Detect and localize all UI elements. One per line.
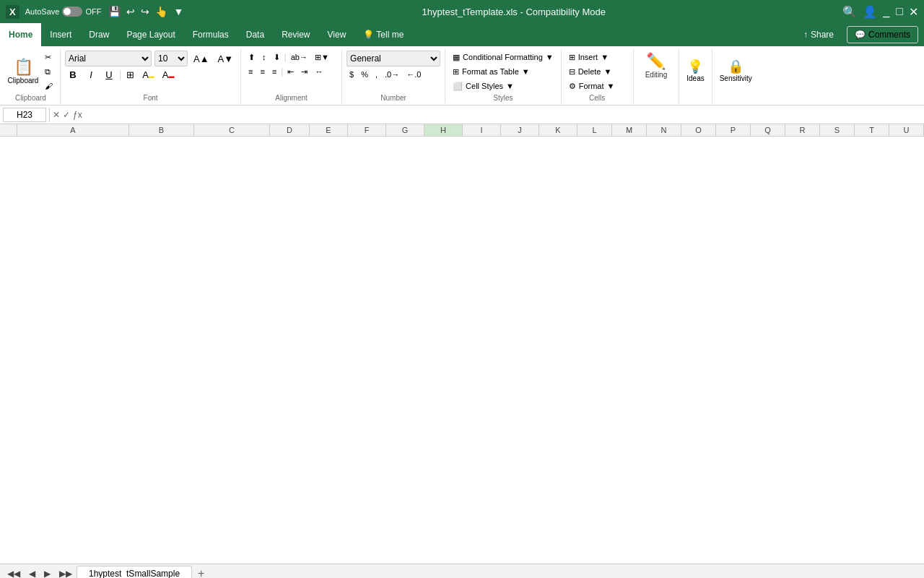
more-icon[interactable]: ▼ [172, 4, 185, 19]
maximize-icon[interactable]: □ [896, 5, 903, 18]
underline-button[interactable]: U [101, 68, 117, 81]
col-header-h[interactable]: H [424, 124, 463, 136]
insert-cells-button[interactable]: ⊞ Insert ▼ [566, 51, 618, 64]
col-header-q[interactable]: Q [751, 124, 785, 136]
increase-indent-button[interactable]: ⇥ [298, 65, 310, 78]
align-bottom-button[interactable]: ⬇ [271, 51, 283, 64]
autosave-toggle[interactable] [62, 7, 82, 17]
search-icon[interactable]: 🔍 [842, 5, 857, 19]
comma-button[interactable]: , [372, 68, 380, 81]
tab-home[interactable]: Home [0, 23, 41, 46]
col-header-c[interactable]: C [194, 124, 270, 136]
format-as-table-button[interactable]: ⊞ Format as Table ▼ [450, 65, 557, 78]
delete-cells-button[interactable]: ⊟ Delete ▼ [566, 65, 618, 78]
tab-tell-me[interactable]: 💡 Tell me [354, 23, 412, 46]
paste-button[interactable]: 📋 Clipboard [6, 54, 40, 89]
sensitivity-label: Sensitivity [720, 74, 752, 82]
decrease-decimal-button[interactable]: ←.0 [404, 68, 424, 81]
borders-button[interactable]: ⊞ [123, 68, 137, 81]
ideas-label: Ideas [687, 74, 704, 82]
share-button[interactable]: ↑ Share [795, 27, 842, 43]
format-cells-button[interactable]: ⚙ Format ▼ [566, 79, 618, 92]
align-right-button[interactable]: ≡ [269, 65, 279, 78]
font-name-select[interactable]: Arial [65, 51, 152, 66]
col-header-n[interactable]: N [647, 124, 681, 136]
confirm-formula-icon[interactable]: ✓ [63, 110, 70, 120]
number-format-select[interactable]: General [346, 51, 440, 66]
text-direction-button[interactable]: ↔ [312, 65, 326, 78]
col-header-m[interactable]: M [612, 124, 647, 136]
sheet-nav-next[interactable]: ▶ [40, 567, 55, 579]
cut-button[interactable]: ✂ [42, 51, 56, 64]
increase-font-button[interactable]: A▲ [191, 52, 212, 65]
tab-formulas[interactable]: Formulas [184, 23, 237, 46]
comments-button[interactable]: 💬 Comments [847, 26, 918, 43]
format-painter-button[interactable]: 🖌 [42, 79, 56, 92]
ideas-button[interactable]: 💡 Ideas [684, 51, 707, 91]
italic-button[interactable]: I [83, 68, 99, 81]
col-header-k[interactable]: K [539, 124, 578, 136]
tab-draw[interactable]: Draw [80, 23, 118, 46]
col-header-p[interactable]: P [716, 124, 751, 136]
name-box[interactable] [3, 108, 46, 122]
col-header-s[interactable]: S [820, 124, 855, 136]
col-header-o[interactable]: O [681, 124, 716, 136]
redo-icon[interactable]: ↪ [139, 4, 151, 19]
formula-input[interactable] [85, 108, 921, 122]
col-header-l[interactable]: L [578, 124, 612, 136]
spreadsheet: A B C D E F G H I J K L M N O P Q R S T … [0, 124, 924, 564]
font-color-button[interactable]: A▬ [160, 68, 178, 81]
sensitivity-button[interactable]: 🔒 Sensitivity [717, 51, 755, 91]
col-header-u[interactable]: U [889, 124, 924, 136]
minimize-icon[interactable]: ⎯ [883, 5, 890, 18]
col-header-e[interactable]: E [310, 124, 348, 136]
align-center-button[interactable]: ≡ [258, 65, 268, 78]
col-header-d[interactable]: D [270, 124, 310, 136]
tab-page-layout[interactable]: Page Layout [118, 23, 183, 46]
col-header-i[interactable]: I [463, 124, 501, 136]
percent-button[interactable]: % [358, 68, 371, 81]
sheet-nav-right[interactable]: ▶▶ [55, 567, 77, 579]
align-top-button[interactable]: ⬆ [245, 51, 258, 64]
add-sheet-button[interactable]: + [193, 567, 209, 579]
user-icon[interactable]: 👤 [863, 5, 877, 19]
increase-decimal-button[interactable]: .0→ [382, 68, 402, 81]
tab-review[interactable]: Review [273, 23, 318, 46]
ribbon-group-alignment: ⬆ ↕ ⬇ | ab→ ⊞▼ ≡ ≡ ≡ | ⇤ ⇥ ↔ Alignment [241, 49, 342, 103]
sheet-tab-0[interactable]: 1hyptest_tSmallSample [77, 566, 192, 578]
decrease-font-button[interactable]: A▼ [215, 52, 237, 65]
bold-button[interactable]: B [65, 68, 81, 81]
align-left-button[interactable]: ≡ [245, 65, 256, 78]
sheet-nav-prev[interactable]: ◀ [25, 567, 40, 579]
font-size-select[interactable]: 10 [154, 51, 188, 66]
conditional-formatting-button[interactable]: ▦ Conditional Formatting ▼ [450, 51, 557, 64]
share-label: Share [811, 30, 834, 40]
decrease-indent-button[interactable]: ⇤ [284, 65, 297, 78]
wrap-text-button[interactable]: ab→ [288, 51, 310, 64]
cell-styles-button[interactable]: ⬜ Cell Styles ▼ [450, 79, 557, 92]
sheet-nav-left[interactable]: ◀◀ [3, 567, 25, 579]
align-middle-button[interactable]: ↕ [259, 51, 269, 64]
autosave-state: OFF [85, 7, 101, 16]
copy-button[interactable]: ⧉ [42, 65, 56, 78]
col-header-r[interactable]: R [785, 124, 820, 136]
tab-insert[interactable]: Insert [41, 23, 80, 46]
undo-icon[interactable]: ↩ [125, 4, 136, 19]
col-header-b[interactable]: B [129, 124, 194, 136]
close-icon[interactable]: ✕ [909, 5, 918, 19]
tab-view[interactable]: View [319, 23, 355, 46]
fill-color-button[interactable]: A▬ [139, 68, 157, 81]
col-header-j[interactable]: J [501, 124, 539, 136]
file-name: 1hyptest_tTemplate.xls - Compatibility M… [422, 7, 606, 17]
save-icon[interactable]: 💾 [107, 4, 122, 19]
accounting-button[interactable]: $ [346, 68, 357, 81]
touchmode-icon[interactable]: 👆 [154, 4, 169, 19]
tab-data[interactable]: Data [237, 23, 273, 46]
col-header-t[interactable]: T [855, 124, 889, 136]
col-header-a[interactable]: A [17, 124, 129, 136]
cancel-formula-icon[interactable]: ✕ [53, 110, 60, 120]
insert-function-icon[interactable]: ƒx [73, 110, 82, 120]
col-header-g[interactable]: G [386, 124, 424, 136]
merge-center-button[interactable]: ⊞▼ [312, 51, 332, 64]
col-header-f[interactable]: F [348, 124, 386, 136]
